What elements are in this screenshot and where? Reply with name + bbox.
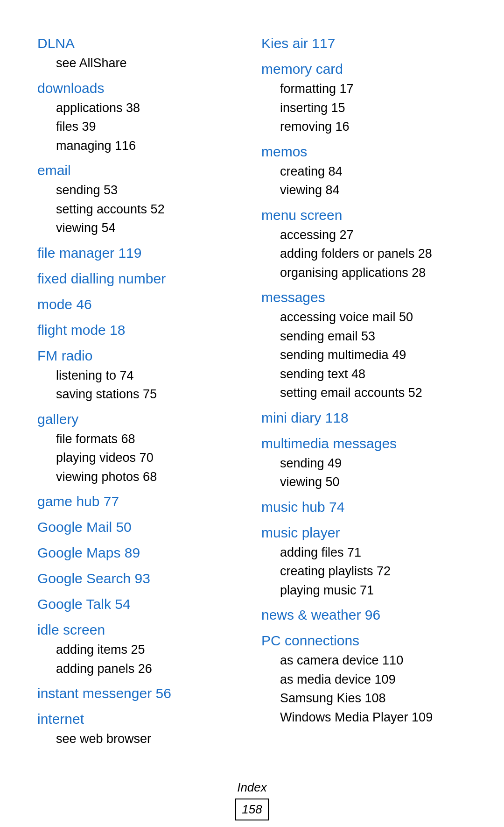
index-sub-entry: viewing 50 <box>261 473 467 492</box>
index-entry: FM radiolistening to 74saving stations 7… <box>37 345 243 404</box>
index-heading: DLNA <box>37 33 243 54</box>
index-sub-entry: playing videos 70 <box>37 448 243 467</box>
index-heading: Kies air 117 <box>261 33 467 54</box>
index-entry: emailsending 53setting accounts 52viewin… <box>37 160 243 238</box>
index-heading: internet <box>37 708 243 729</box>
index-sub-entry: managing 116 <box>37 136 243 156</box>
index-heading: messages <box>261 287 467 308</box>
index-heading: mode 46 <box>37 294 243 315</box>
index-sub-entry: removing 16 <box>261 117 467 136</box>
index-heading: multimedia messages <box>261 433 467 454</box>
index-sub-entry: inserting 15 <box>261 99 467 118</box>
index-heading: Google Talk 54 <box>37 594 243 615</box>
index-heading: PC connections <box>261 630 467 651</box>
index-sub-entry: files 39 <box>37 117 243 136</box>
index-sub-entry: Windows Media Player 109 <box>261 708 467 727</box>
index-sub-entry: file formats 68 <box>37 430 243 449</box>
index-sub-entry: sending 53 <box>37 181 243 200</box>
index-entry: mini diary 118 <box>261 407 467 428</box>
index-heading: email <box>37 160 243 181</box>
index-entry: Google Talk 54 <box>37 594 243 615</box>
index-entry: internetsee web browser <box>37 708 243 749</box>
index-entry: instant messenger 56 <box>37 683 243 704</box>
right-column: Kies air 117memory cardformatting 17inse… <box>261 28 467 750</box>
index-entry: multimedia messagessending 49viewing 50 <box>261 433 467 492</box>
index-entry: Google Mail 50 <box>37 516 243 537</box>
index-entry: menu screenaccessing 27adding folders or… <box>261 205 467 283</box>
index-entry: downloadsapplications 38files 39managing… <box>37 78 243 156</box>
index-sub-entry: accessing voice mail 50 <box>261 308 467 327</box>
page-number: 158 <box>235 799 268 820</box>
index-entry: memory cardformatting 17inserting 15remo… <box>261 58 467 136</box>
index-entry: music playeradding files 71creating play… <box>261 522 467 600</box>
index-sub-entry: as media device 109 <box>261 670 467 689</box>
index-heading: news & weather 96 <box>261 604 467 625</box>
index-heading: menu screen <box>261 205 467 226</box>
index-sub-entry: saving stations 75 <box>37 385 243 404</box>
left-column: DLNAsee AllSharedownloadsapplications 38… <box>37 28 243 750</box>
index-entry: news & weather 96 <box>261 604 467 625</box>
index-entry: mode 46 <box>37 294 243 315</box>
index-entry: memoscreating 84viewing 84 <box>261 141 467 200</box>
index-heading: FM radio <box>37 345 243 366</box>
index-sub-entry: creating 84 <box>261 162 467 181</box>
index-entry: Google Search 93 <box>37 568 243 589</box>
index-heading: file manager 119 <box>37 242 243 263</box>
index-heading: music hub 74 <box>261 496 467 517</box>
footer-label: Index <box>37 778 467 797</box>
index-sub-entry: setting email accounts 52 <box>261 383 467 403</box>
index-sub-entry: sending 49 <box>261 454 467 473</box>
index-sub-entry: viewing 54 <box>37 219 243 238</box>
index-heading: mini diary 118 <box>261 407 467 428</box>
index-heading: gallery <box>37 409 243 430</box>
index-entry: flight mode 18 <box>37 319 243 340</box>
index-sub-entry: adding items 25 <box>37 640 243 659</box>
index-entry: Kies air 117 <box>261 33 467 54</box>
index-heading: flight mode 18 <box>37 319 243 340</box>
index-heading: Google Mail 50 <box>37 516 243 537</box>
index-sub-entry: adding folders or panels 28 <box>261 244 467 263</box>
index-sub-entry: formatting 17 <box>261 79 467 99</box>
index-sub-entry: sending text 48 <box>261 365 467 384</box>
index-entry: idle screenadding items 25adding panels … <box>37 619 243 678</box>
index-heading: memos <box>261 141 467 162</box>
index-sub-entry: viewing photos 68 <box>37 467 243 487</box>
index-heading: Google Search 93 <box>37 568 243 589</box>
index-entry: DLNAsee AllShare <box>37 33 243 73</box>
index-heading: game hub 77 <box>37 491 243 512</box>
index-heading: downloads <box>37 78 243 99</box>
index-entry: galleryfile formats 68playing videos 70v… <box>37 409 243 487</box>
index-sub-entry: playing music 71 <box>261 581 467 600</box>
index-entry: music hub 74 <box>261 496 467 517</box>
index-heading: Google Maps 89 <box>37 542 243 563</box>
index-sub-entry: organising applications 28 <box>261 263 467 283</box>
index-heading: music player <box>261 522 467 543</box>
index-sub-entry: adding panels 26 <box>37 659 243 679</box>
index-entry: Google Maps 89 <box>37 542 243 563</box>
index-sub-entry: sending email 53 <box>261 327 467 346</box>
index-sub-entry: see AllShare <box>37 54 243 73</box>
footer: Index 158 <box>37 778 467 820</box>
index-sub-entry: as camera device 110 <box>261 651 467 670</box>
index-sub-entry: Samsung Kies 108 <box>261 689 467 708</box>
index-entry: messagesaccessing voice mail 50sending e… <box>261 287 467 403</box>
index-sub-entry: setting accounts 52 <box>37 200 243 219</box>
index-sub-entry: sending multimedia 49 <box>261 346 467 365</box>
index-sub-entry: see web browser <box>37 729 243 749</box>
index-sub-entry: creating playlists 72 <box>261 562 467 581</box>
index-entry: game hub 77 <box>37 491 243 512</box>
index-sub-entry: applications 38 <box>37 99 243 118</box>
index-entry: file manager 119 <box>37 242 243 263</box>
index-heading: instant messenger 56 <box>37 683 243 704</box>
index-heading: idle screen <box>37 619 243 640</box>
index-sub-entry: listening to 74 <box>37 366 243 385</box>
index-heading: memory card <box>261 58 467 79</box>
index-sub-entry: accessing 27 <box>261 226 467 245</box>
index-heading: fixed dialling number <box>37 268 243 289</box>
index-entry: PC connectionsas camera device 110as med… <box>261 630 467 727</box>
index-entry: fixed dialling number <box>37 268 243 289</box>
index-sub-entry: viewing 84 <box>261 181 467 200</box>
index-sub-entry: adding files 71 <box>261 543 467 562</box>
